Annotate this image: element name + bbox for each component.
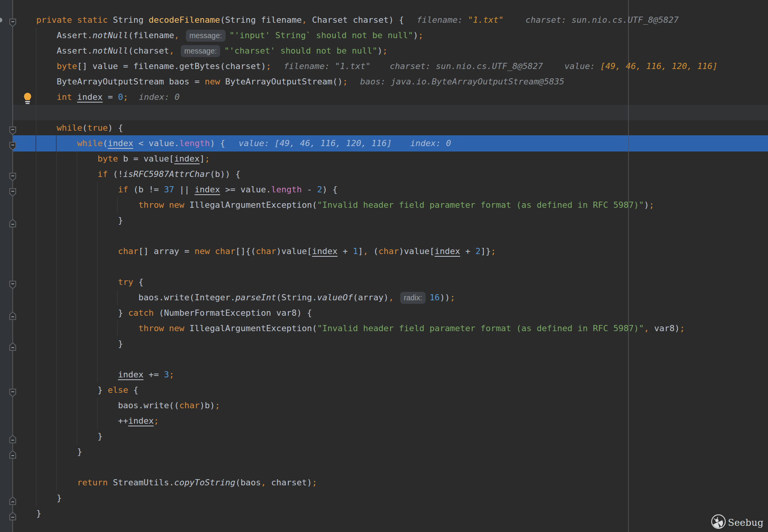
fold-marker-down-icon[interactable]	[9, 279, 16, 287]
code-token: )	[413, 30, 418, 40]
code-line-1[interactable]: private static String decodeFilename(Str…	[36, 12, 404, 28]
code-token: ByteArrayOutputStream baos =	[36, 77, 205, 86]
code-token: "Invalid header field parameter format (…	[317, 323, 644, 333]
code-token: "'input' String` should not be null"	[229, 30, 413, 40]
code-token: 0	[118, 92, 123, 102]
code-token: catch	[128, 308, 153, 318]
code-line-27[interactable]: ++index;	[36, 413, 159, 429]
code-token: )b)	[200, 401, 215, 410]
code-line-20[interactable]: } catch (NumberFormatException var8) {	[36, 305, 312, 321]
code-token: "Invalid header field parameter format (…	[317, 200, 644, 210]
hint-part: baos: java.io.ByteArrayOutputStream@5835	[360, 77, 564, 86]
code-line-8[interactable]: while(true) {	[36, 120, 123, 136]
code-token: [] value = filename.getBytes(charset)	[77, 61, 266, 71]
code-token: 2	[317, 185, 322, 194]
code-token: index	[435, 246, 460, 256]
fold-marker-down-icon[interactable]	[9, 140, 16, 148]
code-token: ;	[450, 293, 455, 302]
caret-line-highlight	[13, 105, 768, 120]
code-token: ;	[491, 246, 496, 256]
code-token: ,	[389, 293, 399, 302]
code-line-19[interactable]: baos.write(Integer.parseInt(String.value…	[36, 290, 455, 305]
fold-marker-down-icon[interactable]	[9, 171, 16, 179]
code-token: ;	[266, 61, 271, 71]
code-token: (NumberFormatException var8) {	[154, 308, 312, 318]
fold-marker-up-icon[interactable]	[9, 448, 16, 457]
hint-part: charset: sun.nio.cs.UTF_8@5827	[390, 61, 543, 71]
code-line-25[interactable]: } else {	[36, 382, 138, 398]
code-token: length	[179, 138, 210, 148]
watermark: Seebug	[711, 512, 768, 532]
code-token: index	[77, 92, 103, 102]
code-token: decodeFilename	[148, 15, 220, 25]
code-line-12[interactable]: if (b != 37 || index >= value.length - 2…	[36, 182, 338, 197]
code-token: (!	[108, 169, 123, 179]
code-line-28[interactable]: }	[36, 429, 103, 444]
code-token: ;	[154, 416, 159, 426]
code-token: String	[113, 15, 149, 25]
code-line-11[interactable]: if (!isRFC5987AttrChar(b)) {	[36, 167, 241, 182]
code-token: ,	[302, 15, 307, 25]
code-token: >= value.	[220, 185, 271, 194]
fold-marker-down-icon[interactable]	[9, 125, 16, 133]
code-token: }	[36, 431, 103, 441]
parameter-name-hint-badge: message:	[181, 45, 221, 57]
intention-bulb-icon[interactable]	[23, 92, 32, 104]
fold-marker-up-icon[interactable]	[9, 510, 16, 519]
code-token: ++	[36, 416, 128, 426]
fold-marker-down-icon[interactable]	[9, 387, 16, 395]
fold-marker-up-icon[interactable]	[9, 433, 16, 441]
code-token: try	[36, 277, 133, 287]
fold-marker-up-icon[interactable]	[9, 310, 16, 318]
code-line-21[interactable]: throw new IllegalArgumentException("Inva…	[36, 321, 685, 336]
code-token: valueOf	[317, 293, 353, 302]
code-token: 2	[475, 246, 480, 256]
code-token: ;	[215, 401, 220, 410]
code-line-18[interactable]: try {	[36, 274, 143, 290]
fold-marker-up-icon[interactable]	[9, 217, 16, 226]
code-token: ;	[312, 478, 317, 487]
right-margin-line	[628, 0, 629, 532]
code-line-6[interactable]: int index = 0;index: 0	[36, 89, 128, 105]
code-line-33[interactable]: }	[36, 506, 41, 521]
code-token: (String.	[276, 293, 317, 302]
code-token: (String filename	[220, 15, 302, 25]
code-token: Assert.	[36, 46, 93, 56]
code-line-24[interactable]: index += 3;	[36, 367, 174, 382]
code-line-10[interactable]: byte b = value[index];	[36, 151, 210, 167]
code-token: }	[36, 385, 108, 395]
code-line-32[interactable]: }	[36, 490, 62, 506]
fold-marker-down-icon[interactable]	[9, 17, 16, 25]
code-line-3[interactable]: Assert.notNull(charset, message:"'charse…	[36, 43, 387, 59]
code-line-26[interactable]: baos.write((char)b);	[36, 398, 220, 413]
code-token: ,	[174, 30, 185, 40]
code-token: StreamUtils.	[113, 478, 174, 487]
code-token: new char	[195, 246, 236, 256]
code-token: }	[36, 493, 62, 503]
code-line-22[interactable]: }	[36, 336, 123, 352]
code-token: +=	[143, 370, 164, 379]
fold-marker-up-icon[interactable]	[9, 340, 16, 349]
code-token: (	[373, 246, 378, 256]
code-token: charset)	[266, 478, 312, 487]
fold-marker-down-icon[interactable]	[9, 186, 16, 195]
code-line-13[interactable]: throw new IllegalArgumentException("Inva…	[36, 197, 654, 213]
debugger-inline-value-hint: index: 0	[410, 136, 451, 151]
code-token: length	[271, 185, 301, 194]
code-line-14[interactable]: }	[36, 213, 123, 228]
code-token: (filename	[128, 30, 174, 40]
code-line-9[interactable]: while(index < value.length) {value: [49,…	[36, 136, 225, 151]
code-token: +	[338, 246, 353, 256]
code-token: ,	[644, 323, 649, 333]
code-line-31[interactable]: return StreamUtils.copyToString(baos, ch…	[36, 475, 317, 490]
code-line-2[interactable]: Assert.notNull(filename, message:"'input…	[36, 28, 423, 43]
code-line-5[interactable]: ByteArrayOutputStream baos = new ByteArr…	[36, 74, 348, 89]
fold-marker-up-icon[interactable]	[9, 495, 16, 503]
hint-part: "1.txt"	[468, 15, 504, 25]
code-line-29[interactable]: }	[36, 444, 82, 460]
code-token: isRFC5987AttrChar	[123, 169, 210, 179]
code-line-4[interactable]: byte[] value = filename.getBytes(charset…	[36, 59, 271, 74]
code-line-16[interactable]: char[] array = new char[]{(char)value[in…	[36, 244, 496, 259]
code-token: baos.write(Integer.	[36, 293, 236, 302]
code-token: throw new	[36, 200, 189, 210]
